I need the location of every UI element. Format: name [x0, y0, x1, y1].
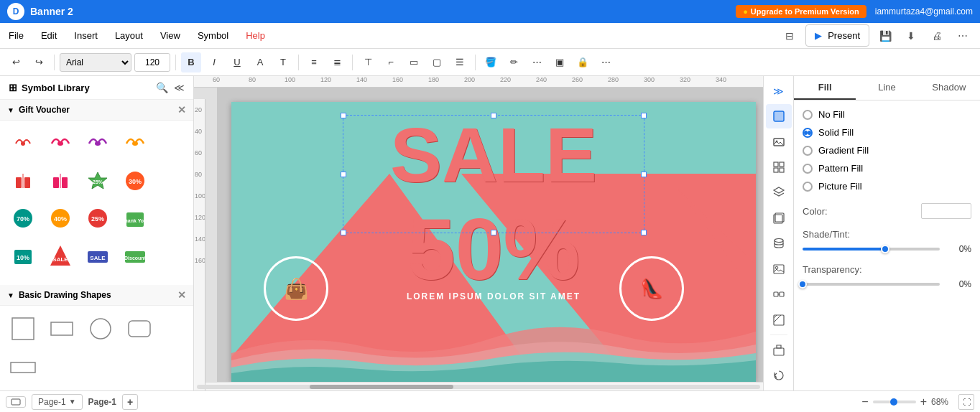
menu-insert[interactable]: Insert [73, 27, 99, 44]
layers-icon[interactable] [766, 181, 792, 205]
picture-fill-option[interactable]: Picture Fill [803, 181, 971, 192]
corner-button[interactable]: ⌐ [381, 52, 401, 72]
transparency-slider-track[interactable] [803, 283, 940, 286]
font-color-button[interactable]: A [250, 52, 270, 72]
no-fill-radio[interactable] [803, 110, 813, 120]
present-button[interactable]: ▶ Present [805, 24, 869, 47]
font-size-input[interactable] [134, 53, 170, 72]
fill-color-button[interactable]: 🪣 [481, 52, 501, 72]
grid-icon[interactable] [766, 155, 792, 179]
print-icon-btn[interactable]: 🖨 [927, 26, 947, 46]
font-family-select[interactable]: Arial [60, 53, 131, 72]
symbol-item-3[interactable] [80, 126, 115, 161]
page-thumb-button[interactable] [6, 396, 26, 408]
symbol-item-18[interactable] [43, 276, 78, 285]
menu-file[interactable]: File [7, 27, 25, 44]
add-page-button[interactable]: + [122, 394, 138, 410]
lock-button[interactable]: 🔒 [573, 52, 593, 72]
layout-icon[interactable] [766, 338, 792, 362]
pattern-fill-option[interactable]: Pattern Fill [803, 163, 971, 174]
symbol-item-12[interactable]: Thank You! [118, 201, 152, 235]
gradient-fill-option[interactable]: Gradient Fill [803, 145, 971, 156]
zoom-minus-button[interactable]: − [861, 396, 868, 408]
page-1-tab[interactable]: Page-1 ▼ [32, 394, 83, 410]
no-fill-option[interactable]: No Fill [803, 109, 971, 120]
symbol-item-13[interactable]: 10% [6, 238, 40, 273]
symbol-item-16[interactable]: Discount [118, 238, 152, 273]
expand-panel-icon[interactable]: ≫ [766, 79, 792, 103]
canvas-horizontal-scrollbar[interactable] [194, 382, 763, 390]
text-box-button[interactable]: ⊤ [358, 52, 378, 72]
solid-fill-option[interactable]: Solid Fill [803, 127, 971, 138]
italic-button[interactable]: I [204, 52, 224, 72]
zoom-slider-thumb[interactable] [890, 398, 897, 406]
bold-button[interactable]: B [181, 52, 201, 72]
link-icon[interactable] [766, 282, 792, 306]
more-options-button[interactable]: ⋯ [596, 52, 616, 72]
category-gift-voucher-header[interactable]: ▼ Gift Voucher ✕ [0, 100, 193, 121]
line-style-button[interactable]: ⋯ [527, 52, 547, 72]
transparency-slider-thumb[interactable] [798, 280, 807, 289]
shape-rounded-rect[interactable] [122, 312, 157, 346]
category-shapes-header[interactable]: ▼ Basic Drawing Shapes ✕ [0, 285, 193, 306]
align-left-button[interactable]: ≡ [304, 52, 324, 72]
gradient-fill-radio[interactable] [803, 146, 813, 156]
symbol-item-5[interactable] [6, 164, 40, 198]
search-icon[interactable]: 🔍 [156, 82, 168, 93]
shade-slider-track[interactable] [803, 248, 940, 251]
symbol-item-15[interactable]: SALE [80, 238, 115, 273]
resize-icon[interactable] [766, 308, 792, 332]
zoom-value[interactable]: 68% [931, 397, 954, 407]
shape-wide-rect[interactable] [6, 350, 40, 385]
symbol-item-4[interactable] [118, 126, 152, 161]
photo-icon[interactable] [766, 257, 792, 281]
share-icon-btn[interactable]: ⋯ [953, 26, 973, 46]
database-icon[interactable] [766, 232, 792, 256]
canvas-container[interactable]: 👜 👠 SALE 50% LOREM IPSUM DOLOR SIT AMET [217, 88, 763, 382]
tab-fill[interactable]: Fill [794, 76, 856, 100]
symbol-item-11[interactable]: 25% [80, 201, 115, 235]
shade-slider-thumb[interactable] [881, 245, 889, 253]
zoom-slider-track[interactable] [873, 401, 916, 403]
expand-canvas-button[interactable]: ⛶ [958, 394, 974, 410]
menu-symbol[interactable]: Symbol [196, 27, 230, 44]
solid-fill-radio[interactable] [803, 128, 813, 138]
rect-button[interactable]: ▭ [404, 52, 424, 72]
symbol-item-7[interactable]: 25% [80, 164, 115, 198]
monitor-icon-btn[interactable]: ⊟ [780, 26, 800, 46]
tab-shadow[interactable]: Shadow [918, 76, 980, 100]
collapse-icon[interactable]: ≪ [174, 82, 185, 93]
menu-edit[interactable]: Edit [40, 27, 58, 44]
shape-rect[interactable] [45, 312, 79, 346]
rounded-rect-button[interactable]: ▢ [427, 52, 447, 72]
category-shapes-close-icon[interactable]: ✕ [177, 289, 186, 301]
symbol-item-19[interactable] [80, 276, 115, 285]
symbol-item-17[interactable]: Offer [6, 276, 40, 285]
menu-layout[interactable]: Layout [114, 27, 144, 44]
scrollbar-thumb[interactable] [310, 385, 453, 389]
history-icon[interactable] [766, 364, 792, 388]
symbol-item-8[interactable]: 30% [118, 164, 152, 198]
text-orient-button[interactable]: T [273, 52, 293, 72]
shape-circle[interactable] [83, 312, 118, 346]
symbol-item-9[interactable]: 70% [6, 201, 40, 235]
symbol-item-2[interactable] [43, 126, 78, 161]
pattern-fill-radio[interactable] [803, 164, 813, 174]
crop-icon[interactable] [766, 206, 792, 230]
symbol-item-10[interactable]: 40% [43, 201, 78, 235]
symbol-item-6[interactable] [43, 164, 78, 198]
zoom-plus-button[interactable]: + [920, 396, 927, 408]
list-button[interactable]: ☰ [450, 52, 470, 72]
symbol-item-14[interactable]: SALE [43, 238, 78, 273]
image-icon[interactable] [766, 130, 792, 154]
align-para-button[interactable]: ≣ [327, 52, 347, 72]
upgrade-button[interactable]: Upgrade to Premium Version [736, 5, 866, 18]
line-color-button[interactable]: ✏ [504, 52, 524, 72]
picture-fill-radio[interactable] [803, 182, 813, 192]
color-swatch[interactable] [921, 203, 971, 219]
menu-view[interactable]: View [159, 27, 182, 44]
border-button[interactable]: ▣ [550, 52, 570, 72]
shape-square[interactable] [6, 312, 40, 346]
download-icon-btn[interactable]: ⬇ [901, 26, 921, 46]
underline-button[interactable]: U [227, 52, 247, 72]
